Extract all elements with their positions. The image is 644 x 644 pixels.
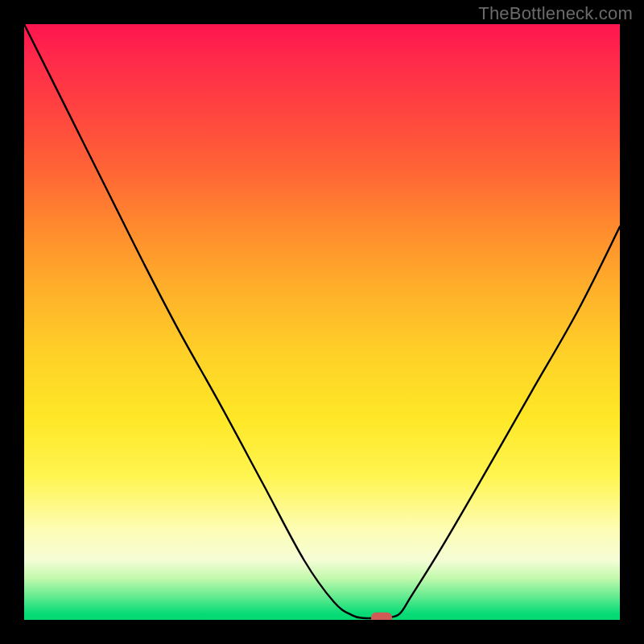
chart-svg — [24, 24, 620, 620]
optimum-marker — [371, 613, 392, 620]
chart-frame: TheBottleneck.com — [0, 0, 644, 644]
watermark-text: TheBottleneck.com — [478, 3, 633, 24]
bottleneck-curve — [24, 24, 620, 618]
plot-area — [24, 24, 620, 620]
